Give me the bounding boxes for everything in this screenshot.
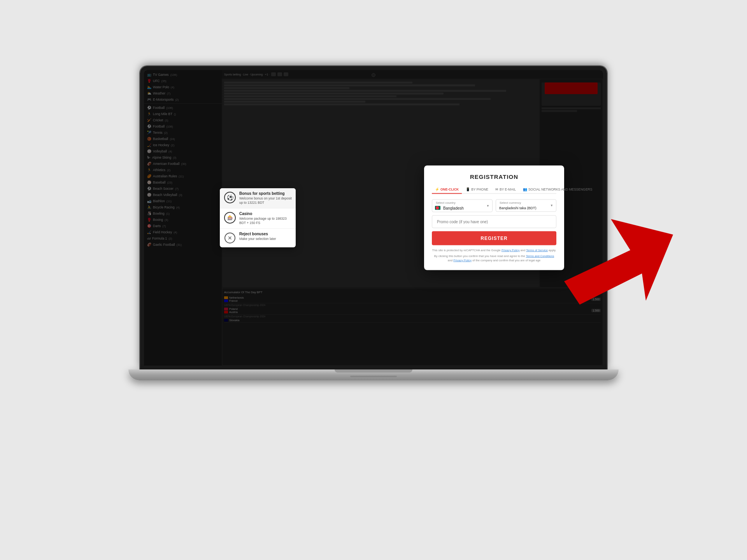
form-row-country-currency: Select country Bangladesh <box>432 200 556 212</box>
tab-social-label: SOCIAL NETWORKS AND MESSENGERS <box>528 187 593 191</box>
register-button[interactable]: REGISTER <box>432 231 556 245</box>
recaptcha-suffix: apply. <box>549 248 556 252</box>
casino-bonus-desc: Welcome package up to 198323 BDT + 150 F… <box>239 217 292 225</box>
reject-bonus-desc: Make your selection later <box>239 237 292 241</box>
privacy-policy-link[interactable]: Privacy Policy <box>502 248 520 252</box>
sports-bonus-item[interactable]: ⚽ Bonus for sports betting Welcome bonus… <box>220 188 296 208</box>
modal-overlay: ⚽ Bonus for sports betting Welcome bonus… <box>144 70 603 366</box>
laptop-screen: 📺 TV Games (136) 🥊 UFC (35) 🏊 Water Polo… <box>144 70 603 366</box>
promo-code-input[interactable] <box>432 215 556 228</box>
phone-icon: 📱 <box>466 187 470 191</box>
casino-bonus-item[interactable]: 🎰 Casino Welcome package up to 198323 BD… <box>220 208 296 229</box>
red-arrow <box>564 219 673 306</box>
laptop-vent <box>350 376 397 377</box>
reject-circle-icon: ✕ <box>224 233 235 243</box>
social-icon: 👥 <box>523 187 527 191</box>
currency-group: Select currency Bangladeshi taka (BDT) <box>496 200 556 212</box>
country-group: Select country Bangladesh <box>432 200 493 212</box>
tab-one-click-label: ONE-CLICK <box>440 187 459 191</box>
reject-bonus-title: Reject bonuses <box>239 232 292 236</box>
terms-of-service-link[interactable]: Terms of Service <box>526 248 548 252</box>
reject-bonus-text: Reject bonuses Make your selection later <box>239 232 292 241</box>
casino-bonus-title: Casino <box>239 212 292 216</box>
laptop-base <box>128 369 619 380</box>
svg-marker-0 <box>564 219 673 304</box>
tab-by-email-label: BY E-MAIL <box>500 187 516 191</box>
reject-bonus-item[interactable]: ✕ Reject bonuses Make your selection lat… <box>220 229 296 247</box>
laptop-container: 📺 TV Games (136) 🥊 UFC (35) 🏊 Water Polo… <box>121 66 626 494</box>
laptop-hinge <box>335 369 412 373</box>
tab-social[interactable]: 👥 SOCIAL NETWORKS AND MESSENGERS <box>520 186 596 194</box>
tab-by-email[interactable]: ✉ BY E-MAIL <box>492 186 519 194</box>
country-label: Select country <box>436 201 456 205</box>
casino-bonus-icon: 🎰 <box>224 212 236 224</box>
laptop-lid: 📺 TV Games (136) 🥊 UFC (35) 🏊 Water Polo… <box>140 66 607 369</box>
registration-modal: REGISTRATION ⚡ ONE-CLICK 📱 BY PHONE ✉ <box>424 166 564 270</box>
terms-notice: By clicking this button you confirm that… <box>432 254 556 262</box>
tab-by-phone-label: BY PHONE <box>471 187 488 191</box>
bangladesh-flag <box>435 206 440 210</box>
casino-bonus-text: Casino Welcome package up to 198323 BDT … <box>239 212 292 225</box>
terms-and-conditions-link[interactable]: Terms and Conditions <box>526 254 554 258</box>
sports-bonus-text: Bonus for sports betting Welcome bonus o… <box>239 191 292 205</box>
terms-suffix: of the company and confirm that you are … <box>472 258 540 262</box>
tab-by-phone[interactable]: 📱 BY PHONE <box>463 186 491 194</box>
recaptcha-notice: This site is protected by reCAPTCHA and … <box>432 248 556 252</box>
tab-one-click[interactable]: ⚡ ONE-CLICK <box>432 186 462 194</box>
sports-bonus-desc: Welcome bonus on your 1st deposit up to … <box>239 196 292 205</box>
terms-text: By clicking this button you confirm that… <box>434 254 525 258</box>
privacy-policy-link-2[interactable]: Privacy Policy <box>453 258 472 262</box>
reject-bonus-icon: ✕ <box>224 232 236 244</box>
sports-bonus-title: Bonus for sports betting <box>239 191 292 196</box>
bonus-panel: ⚽ Bonus for sports betting Welcome bonus… <box>220 188 296 247</box>
recaptcha-text: This site is protected by reCAPTCHA and … <box>432 248 500 252</box>
email-icon: ✉ <box>495 187 498 191</box>
registration-tabs: ⚡ ONE-CLICK 📱 BY PHONE ✉ BY E-MAIL 👥 <box>432 186 556 194</box>
modal-title: REGISTRATION <box>432 173 556 180</box>
sports-bonus-icon: ⚽ <box>224 191 236 204</box>
currency-label: Select currency <box>500 201 521 205</box>
one-click-icon: ⚡ <box>435 187 439 191</box>
